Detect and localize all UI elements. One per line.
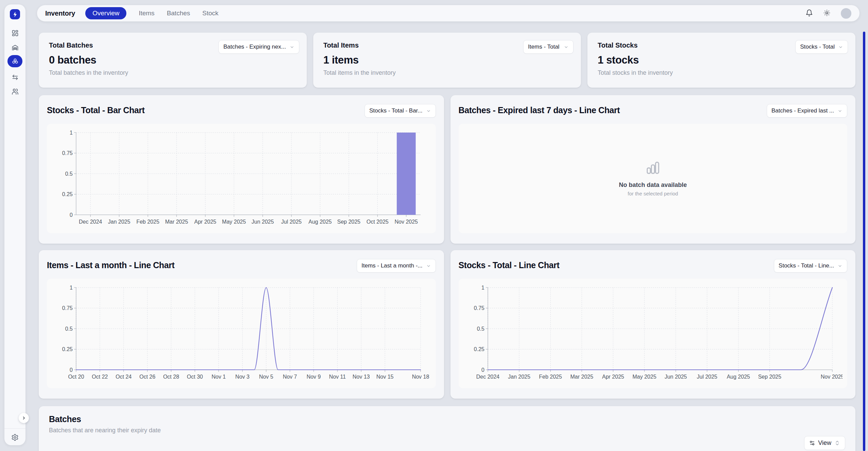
svg-text:Jan 2025: Jan 2025 [108, 219, 130, 225]
batches-toolbar: View [49, 436, 845, 450]
svg-text:1: 1 [481, 285, 484, 291]
tab-stock[interactable]: Stock [202, 10, 219, 17]
svg-text:Nov 11: Nov 11 [329, 374, 346, 380]
stat-filter-label: Items - Total [528, 44, 559, 50]
bar-chart-icon [645, 160, 661, 177]
svg-text:Nov 5: Nov 5 [259, 374, 273, 380]
svg-text:Nov 3: Nov 3 [235, 374, 250, 380]
svg-text:Apr 2025: Apr 2025 [602, 374, 624, 380]
svg-text:1: 1 [70, 130, 73, 136]
empty-state-subtext: for the selected period [628, 191, 678, 196]
svg-text:Nov 7: Nov 7 [283, 374, 297, 380]
chart-filter-label: Stocks - Total - Line... [779, 262, 834, 269]
transfer-arrows-icon [12, 74, 19, 81]
gear-icon [11, 434, 19, 441]
filter-sliders-icon [809, 440, 815, 446]
stocks-total-bar-chart: 00.250.50.751Dec 2024Jan 2025Feb 2025Mar… [50, 128, 431, 230]
svg-text:0.75: 0.75 [62, 305, 73, 311]
stocks-total-line-chart: 00.250.50.751Dec 2024Jan 2025Feb 2025Mar… [462, 283, 843, 385]
sidebar-item-users[interactable] [8, 85, 21, 98]
stat-subtitle: Total items in the inventory [323, 69, 571, 76]
svg-text:Oct 2025: Oct 2025 [367, 219, 389, 225]
sun-icon [823, 9, 831, 17]
sidebar-divider [4, 428, 25, 429]
view-button[interactable]: View [804, 436, 845, 450]
svg-text:Feb 2025: Feb 2025 [539, 374, 562, 380]
sidebar-item-transfers[interactable] [8, 71, 21, 84]
stat-value: 1 stocks [598, 54, 845, 66]
svg-text:Oct 24: Oct 24 [116, 374, 131, 380]
sidebar-item-warehouse[interactable] [8, 41, 21, 54]
topbar-tabs: Overview Items Batches Stock [85, 7, 218, 19]
notifications-button[interactable] [805, 9, 814, 17]
svg-text:Apr 2025: Apr 2025 [194, 219, 216, 225]
lightning-bolt-icon [12, 11, 18, 18]
svg-text:0.75: 0.75 [62, 150, 73, 156]
chevrons-up-down-icon [834, 440, 840, 446]
svg-text:1: 1 [70, 285, 73, 291]
chart-filter-label: Batches - Expired last ... [772, 107, 834, 114]
chevron-right-icon [21, 416, 26, 420]
svg-text:0: 0 [70, 367, 73, 373]
svg-text:Nov 2025: Nov 2025 [820, 374, 842, 380]
topbar: Inventory Overview Items Batches Stock [37, 5, 860, 21]
svg-text:0: 0 [70, 212, 73, 218]
svg-text:0.25: 0.25 [62, 346, 73, 352]
bell-icon [805, 9, 813, 17]
charts-row-2: Items - Last a month - Line Chart Items … [39, 250, 855, 399]
svg-text:Mar 2025: Mar 2025 [570, 374, 593, 380]
theme-toggle-button[interactable] [823, 9, 831, 17]
stat-filter-label: Batches - Expiring nex... [223, 44, 286, 50]
svg-text:0.5: 0.5 [65, 326, 73, 332]
chevron-down-icon [426, 108, 431, 114]
view-button-label: View [818, 439, 831, 447]
svg-text:Nov 15: Nov 15 [376, 374, 394, 380]
stat-filter-label: Stocks - Total [800, 44, 835, 50]
stat-filter-dropdown[interactable]: Stocks - Total [795, 40, 848, 54]
line-chart-plot: 00.250.50.751Dec 2024Jan 2025Feb 2025Mar… [459, 279, 848, 388]
bar-chart-plot: 00.250.50.751Dec 2024Jan 2025Feb 2025Mar… [47, 124, 436, 233]
chart-filter-dropdown[interactable]: Stocks - Total - Line... [774, 259, 847, 273]
chart-filter-dropdown[interactable]: Items - Last a month -... [357, 259, 436, 273]
users-icon [12, 88, 19, 95]
chart-filter-dropdown[interactable]: Batches - Expired last ... [767, 104, 847, 118]
chart-filter-label: Stocks - Total - Bar... [369, 107, 423, 114]
sidebar-settings-button[interactable] [10, 433, 20, 442]
svg-text:Aug 2025: Aug 2025 [727, 374, 750, 380]
vertical-scrollbar[interactable] [863, 32, 865, 451]
svg-text:Jul 2025: Jul 2025 [697, 374, 718, 380]
stat-subtitle: Total stocks in the inventory [598, 69, 845, 76]
topbar-right [805, 8, 851, 19]
tab-batches[interactable]: Batches [167, 10, 190, 17]
chart-filter-dropdown[interactable]: Stocks - Total - Bar... [365, 104, 436, 118]
stat-card-total-items: Total Items Items - Total 1 items Total … [313, 33, 581, 88]
warehouse-icon [12, 44, 19, 51]
chart-card-stocks-line: Stocks - Total - Line Chart Stocks - Tot… [450, 250, 856, 399]
batches-panel-title: Batches [49, 414, 845, 424]
svg-text:Nov 9: Nov 9 [306, 374, 321, 380]
svg-text:Nov 2025: Nov 2025 [395, 219, 418, 225]
line-chart-plot: 00.250.50.751Oct 20Oct 22Oct 24Oct 26Oct… [47, 279, 436, 388]
svg-text:Oct 28: Oct 28 [163, 374, 179, 380]
svg-text:Feb 2025: Feb 2025 [136, 219, 159, 225]
svg-text:0.5: 0.5 [65, 171, 73, 177]
svg-text:0.25: 0.25 [62, 191, 73, 197]
sidebar-item-dashboard[interactable] [8, 27, 21, 39]
tab-items[interactable]: Items [139, 10, 154, 17]
tab-overview[interactable]: Overview [85, 7, 126, 19]
app-logo[interactable] [10, 9, 20, 19]
svg-text:Oct 20: Oct 20 [68, 374, 84, 380]
app-title: Inventory [45, 10, 75, 17]
inventory-boxes-icon [12, 58, 19, 65]
svg-text:Nov 13: Nov 13 [353, 374, 370, 380]
chart-card-batches-expired: Batches - Expired last 7 days - Line Cha… [450, 95, 856, 244]
batches-panel: Batches Batches that are nearing their e… [39, 406, 855, 451]
user-avatar[interactable] [841, 8, 851, 19]
svg-text:Oct 22: Oct 22 [92, 374, 108, 380]
svg-text:0.5: 0.5 [477, 326, 484, 332]
stat-filter-dropdown[interactable]: Items - Total [523, 40, 573, 54]
chart-filter-label: Items - Last a month -... [361, 262, 423, 269]
sidebar-expand-button[interactable] [19, 413, 29, 423]
stat-filter-dropdown[interactable]: Batches - Expiring nex... [218, 40, 299, 54]
sidebar-item-inventory-active[interactable] [7, 55, 22, 67]
